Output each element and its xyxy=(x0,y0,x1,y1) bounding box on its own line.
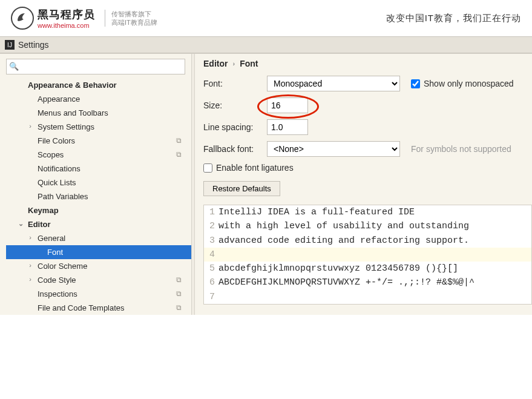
search-icon: 🔍 xyxy=(9,62,19,71)
size-input[interactable] xyxy=(267,97,308,113)
tree-appearance-behavior[interactable]: Appearance & Behavior xyxy=(6,78,191,92)
tree-appearance[interactable]: Appearance xyxy=(6,92,191,106)
chevron-right-icon: › xyxy=(27,275,34,283)
tree-keymap[interactable]: Keymap xyxy=(6,203,191,217)
tree-general[interactable]: ›General xyxy=(6,231,191,245)
tree-code-style[interactable]: ›Code Style⧉ xyxy=(6,273,191,287)
size-highlight xyxy=(267,97,308,113)
ligatures-input[interactable] xyxy=(203,163,212,173)
tree-system-settings[interactable]: ›System Settings xyxy=(6,120,191,134)
show-monospaced-input[interactable] xyxy=(411,79,420,88)
sidebar: 🔍 Appearance & Behavior Appearance Menus… xyxy=(0,54,191,315)
banner-slogan: 改变中国IT教育，我们正在行动 xyxy=(386,13,521,24)
tree-quick-lists[interactable]: Quick Lists xyxy=(6,176,191,190)
breadcrumb-root[interactable]: Editor xyxy=(203,59,228,68)
font-label: Font: xyxy=(203,79,267,88)
brand-name: 黑马程序员 xyxy=(38,7,95,22)
fallback-hint: For symbols not supported xyxy=(411,144,511,154)
page-banner: 黑马程序员 www.itheima.com 传智播客旗下 高端IT教育品牌 改变… xyxy=(0,0,532,36)
font-preview: 1IntelliJ IDEA is a full-featured IDE 2w… xyxy=(203,205,532,305)
project-level-icon: ⧉ xyxy=(176,289,182,298)
font-select[interactable]: Monospaced xyxy=(267,76,400,91)
brand-side: 传智播客旗下 高端IT教育品牌 xyxy=(105,10,157,27)
chevron-right-icon: › xyxy=(27,262,34,269)
chevron-right-icon: › xyxy=(27,122,34,130)
restore-defaults-button[interactable]: Restore Defaults xyxy=(203,181,280,196)
fallback-font-select[interactable]: <None> xyxy=(267,141,400,157)
brand-logo-icon xyxy=(11,7,34,30)
project-level-icon: ⧉ xyxy=(176,150,182,159)
tree-notifications[interactable]: Notifications xyxy=(6,162,191,176)
tree-menus-toolbars[interactable]: Menus and Toolbars xyxy=(6,106,191,120)
chevron-right-icon: › xyxy=(27,234,34,241)
show-monospaced-checkbox[interactable]: Show only monospaced xyxy=(411,79,514,88)
chevron-down-icon: ⌄ xyxy=(17,220,24,228)
main-panel: Editor › Font Font: Monospaced Show only… xyxy=(195,54,532,315)
chevron-right-icon: › xyxy=(232,60,235,67)
tree-inspections[interactable]: Inspections⧉ xyxy=(6,287,191,301)
tree-path-variables[interactable]: Path Variables xyxy=(6,190,191,203)
size-label: Size: xyxy=(203,101,267,110)
project-level-icon: ⧉ xyxy=(176,275,182,284)
fallback-font-label: Fallback font: xyxy=(203,144,267,154)
window-title: Settings xyxy=(18,40,49,50)
tree-font[interactable]: Font xyxy=(6,245,191,259)
breadcrumb-leaf: Font xyxy=(240,59,258,68)
tree-editor[interactable]: ⌄Editor xyxy=(6,217,191,231)
brand: 黑马程序员 www.itheima.com 传智播客旗下 高端IT教育品牌 xyxy=(11,7,157,30)
settings-body: 🔍 Appearance & Behavior Appearance Menus… xyxy=(0,53,532,315)
tree-file-colors[interactable]: File Colors⧉ xyxy=(6,134,191,148)
ligatures-checkbox[interactable]: Enable font ligatures xyxy=(203,163,294,173)
line-spacing-label: Line spacing: xyxy=(203,122,267,132)
tree-file-code-templates[interactable]: File and Code Templates⧉ xyxy=(6,301,191,315)
line-spacing-input[interactable] xyxy=(267,119,308,135)
window-titlebar: IJ Settings xyxy=(0,36,532,53)
tree-color-scheme[interactable]: ›Color Scheme xyxy=(6,259,191,273)
app-icon: IJ xyxy=(5,40,15,50)
project-level-icon: ⧉ xyxy=(176,136,182,145)
project-level-icon: ⧉ xyxy=(176,303,182,312)
tree-scopes[interactable]: Scopes⧉ xyxy=(6,148,191,162)
search-wrap: 🔍 xyxy=(6,59,185,74)
brand-url: www.itheima.com xyxy=(38,22,95,29)
breadcrumb: Editor › Font xyxy=(203,59,532,68)
search-input[interactable] xyxy=(6,59,185,74)
settings-tree: Appearance & Behavior Appearance Menus a… xyxy=(6,78,191,315)
